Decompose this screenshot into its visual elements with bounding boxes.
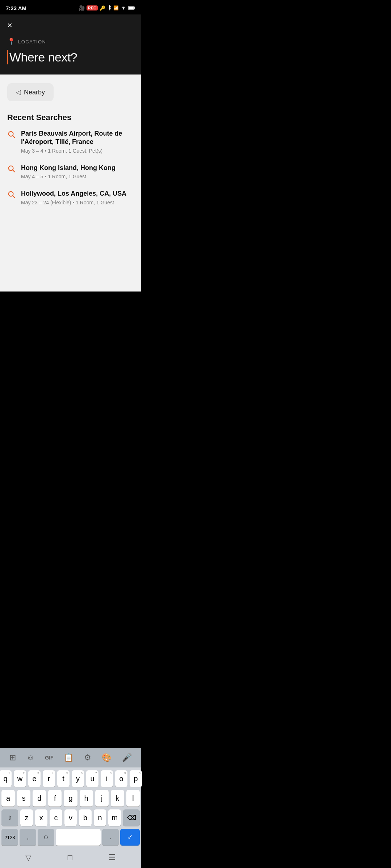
kb-mic-icon[interactable]: 🎤 xyxy=(119,752,135,764)
svg-rect-3 xyxy=(134,7,135,9)
recent-searches-section: Recent Searches Paris Beauvais Airport, … xyxy=(7,113,134,205)
search-details-1: Paris Beauvais Airport, Route de l'Aérop… xyxy=(21,129,134,154)
key-n[interactable]: n xyxy=(94,809,106,826)
key-p[interactable]: 0p xyxy=(130,770,141,787)
key-u[interactable]: 7u xyxy=(86,770,98,787)
kb-row-3: ⇧ z x c v b n m ⌫ xyxy=(1,809,140,826)
list-item[interactable]: Hong Kong Island, Hong Kong May 4 – 5 • … xyxy=(7,164,134,179)
key-c[interactable]: c xyxy=(50,809,62,826)
location-label: LOCATION xyxy=(18,39,46,44)
bluetooth-icon xyxy=(107,5,112,11)
key-k[interactable]: k xyxy=(111,790,124,807)
status-icons: 🎥 REC 🔑 📶 xyxy=(79,5,135,11)
key-v[interactable]: v xyxy=(64,809,77,826)
kb-sticker-icon[interactable]: ☺ xyxy=(24,752,37,764)
key-l[interactable]: l xyxy=(126,790,140,807)
search-location-2: Hong Kong Island, Hong Kong xyxy=(21,164,115,172)
content-area: ◁ Nearby Recent Searches Paris Beauvais … xyxy=(0,75,141,292)
key-x[interactable]: x xyxy=(35,809,48,826)
key-m[interactable]: m xyxy=(108,809,121,826)
key-space[interactable] xyxy=(56,829,101,846)
wifi-icon xyxy=(121,6,126,10)
key-num-switch[interactable]: ?123 xyxy=(1,829,18,846)
text-cursor xyxy=(7,50,8,64)
key-w[interactable]: 2w xyxy=(14,770,26,787)
kb-row-1: 1q 2w 3e 4r 5t 6y 7u 8i 9o 0p xyxy=(1,770,140,787)
svg-line-9 xyxy=(13,196,14,197)
key-h[interactable]: h xyxy=(80,790,93,807)
nearby-icon: ◁ xyxy=(16,88,21,96)
key-s[interactable]: s xyxy=(17,790,30,807)
nearby-label: Nearby xyxy=(24,89,45,96)
kb-row-2: a s d f g h j k l xyxy=(1,790,140,807)
key-emoji[interactable]: ☺ xyxy=(38,829,54,846)
kb-rows: 1q 2w 3e 4r 5t 6y 7u 8i 9o 0p a s d f g … xyxy=(0,767,141,850)
key-confirm[interactable]: ✓ xyxy=(120,829,140,846)
key-comma[interactable]: , xyxy=(20,829,36,846)
status-bar: 7:23 AM 🎥 REC 🔑 📶 xyxy=(0,0,141,14)
search-details-3: Hollywood, Los Angeles, CA, USA May 23 –… xyxy=(21,190,126,205)
kb-settings-icon[interactable]: ⚙ xyxy=(81,752,94,764)
key-f[interactable]: f xyxy=(48,790,62,807)
keyboard-toolbar: ⊞ ☺ GIF 📋 ⚙ 🎨 🎤 xyxy=(0,748,141,767)
status-time: 7:23 AM xyxy=(6,5,26,11)
search-meta-1: May 3 – 4 • 1 Room, 1 Guest, Pet(s) xyxy=(21,148,134,154)
search-header: × 📍 LOCATION Where next? xyxy=(0,14,141,75)
svg-line-7 xyxy=(13,170,14,172)
search-meta-3: May 23 – 24 (Flexible) • 1 Room, 1 Guest xyxy=(21,200,126,205)
key-q[interactable]: 1q xyxy=(0,770,12,787)
search-input-area[interactable]: Where next? xyxy=(7,48,134,66)
key-icon: 🔑 xyxy=(100,5,105,11)
key-i[interactable]: 8i xyxy=(101,770,113,787)
key-e[interactable]: 3e xyxy=(28,770,41,787)
key-g[interactable]: g xyxy=(64,790,77,807)
kb-row-4: ?123 , ☺ . ✓ xyxy=(1,829,140,846)
kb-clipboard-icon[interactable]: 📋 xyxy=(61,752,76,764)
kb-palette-icon[interactable]: 🎨 xyxy=(99,752,114,764)
svg-line-5 xyxy=(13,136,14,137)
key-d[interactable]: d xyxy=(33,790,46,807)
search-details-2: Hong Kong Island, Hong Kong May 4 – 5 • … xyxy=(21,164,115,179)
nav-home-icon[interactable]: □ xyxy=(68,853,72,862)
rec-badge: REC xyxy=(87,5,98,10)
search-location-3: Hollywood, Los Angeles, CA, USA xyxy=(21,190,126,198)
kb-gif-button[interactable]: GIF xyxy=(42,753,56,762)
signal-icon: 📶 xyxy=(113,5,119,10)
key-a[interactable]: a xyxy=(1,790,15,807)
nav-bar: ▽ □ ☰ xyxy=(0,850,141,868)
list-item[interactable]: Hollywood, Los Angeles, CA, USA May 23 –… xyxy=(7,190,134,205)
key-t[interactable]: 5t xyxy=(57,770,70,787)
key-y[interactable]: 6y xyxy=(72,770,84,787)
search-location-1: Paris Beauvais Airport, Route de l'Aérop… xyxy=(21,129,134,146)
search-icon-3 xyxy=(7,190,15,200)
key-o[interactable]: 9o xyxy=(115,770,127,787)
svg-point-0 xyxy=(123,9,124,10)
key-r[interactable]: 4r xyxy=(43,770,55,787)
close-button[interactable]: × xyxy=(7,20,12,30)
key-period[interactable]: . xyxy=(102,829,119,846)
kb-apps-icon[interactable]: ⊞ xyxy=(7,752,19,764)
key-delete[interactable]: ⌫ xyxy=(123,809,140,826)
battery-icon xyxy=(128,6,135,10)
svg-rect-2 xyxy=(129,7,134,9)
search-icon-1 xyxy=(7,129,15,140)
nearby-button[interactable]: ◁ Nearby xyxy=(7,83,54,101)
key-b[interactable]: b xyxy=(79,809,92,826)
search-icon-2 xyxy=(7,164,15,174)
recent-searches-title: Recent Searches xyxy=(7,113,134,122)
location-pin-icon: 📍 xyxy=(7,38,15,46)
nav-recents-icon[interactable]: ☰ xyxy=(109,853,116,862)
keyboard: ⊞ ☺ GIF 📋 ⚙ 🎨 🎤 1q 2w 3e 4r 5t 6y 7u 8i … xyxy=(0,748,141,868)
nav-back-icon[interactable]: ▽ xyxy=(25,853,31,862)
search-meta-2: May 4 – 5 • 1 Room, 1 Guest xyxy=(21,174,115,179)
location-label-row: 📍 LOCATION xyxy=(7,38,134,46)
key-z[interactable]: z xyxy=(20,809,33,826)
search-placeholder: Where next? xyxy=(9,50,77,64)
key-j[interactable]: j xyxy=(95,790,109,807)
key-shift[interactable]: ⇧ xyxy=(1,809,18,826)
video-icon: 🎥 xyxy=(79,5,85,11)
list-item[interactable]: Paris Beauvais Airport, Route de l'Aérop… xyxy=(7,129,134,154)
